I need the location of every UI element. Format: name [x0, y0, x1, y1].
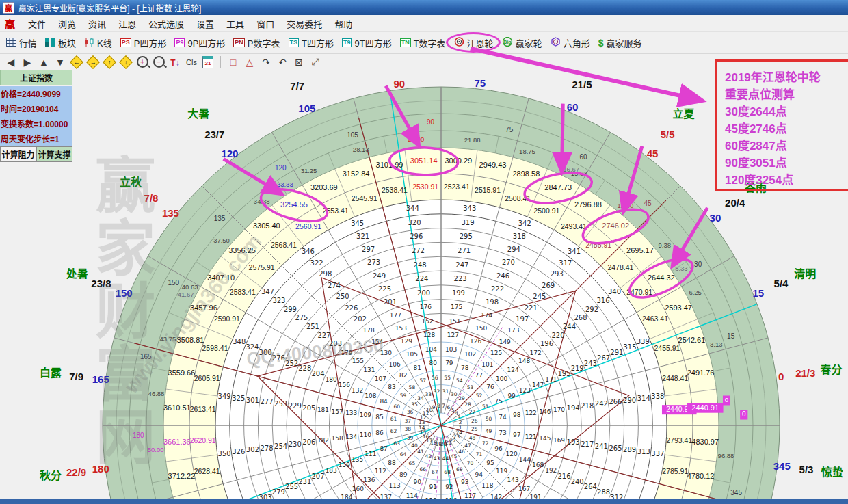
menu-item-3[interactable]: 江恩: [112, 16, 142, 31]
svg-text:4830.97: 4830.97: [691, 438, 719, 446]
svg-text:182: 182: [317, 437, 329, 444]
svg-text:28.13: 28.13: [353, 146, 369, 153]
svg-text:195: 195: [557, 370, 570, 377]
svg-text:3000.29: 3000.29: [445, 157, 472, 165]
toolbar-button-winner-service[interactable]: $赢家服务: [594, 34, 646, 51]
draw-tool-down[interactable]: ▼: [53, 55, 68, 68]
svg-text:27: 27: [469, 409, 476, 415]
svg-text:270: 270: [502, 258, 515, 266]
svg-text:136: 136: [363, 477, 375, 483]
svg-text:160: 160: [352, 486, 364, 492]
svg-text:55: 55: [444, 375, 451, 381]
svg-text:198: 198: [486, 298, 499, 306]
svg-text:6: 6: [447, 404, 450, 410]
menu-item-0[interactable]: 文件: [22, 16, 52, 31]
toolbar-button-sectors[interactable]: 板块: [41, 34, 80, 51]
svg-text:113: 113: [388, 482, 400, 489]
svg-text:43.75: 43.75: [160, 335, 176, 343]
svg-text:165: 165: [92, 373, 109, 385]
svg-text:2620.91: 2620.91: [190, 436, 216, 445]
toolbar-button-p-square[interactable]: PSP四方形: [116, 34, 171, 51]
svg-text:289: 289: [623, 446, 636, 453]
toolbar-button-t-square[interactable]: TST四方形: [284, 34, 338, 51]
svg-text:205: 205: [302, 404, 315, 412]
svg-text:3508.81: 3508.81: [177, 336, 204, 344]
draw-tool-cls[interactable]: Cls: [184, 55, 199, 68]
toolbar-button-9t-square[interactable]: T99T四方形: [338, 34, 396, 51]
svg-text:2746.02: 2746.02: [602, 222, 629, 230]
svg-text:5/5: 5/5: [661, 129, 675, 140]
panel-row-1: 时间=20190104: [0, 101, 72, 116]
svg-text:47: 47: [464, 442, 471, 449]
toolbar-button-quotes[interactable]: 行情: [2, 34, 41, 51]
svg-text:132: 132: [352, 387, 363, 394]
svg-text:99: 99: [507, 393, 516, 399]
draw-tool-rotate-cw[interactable]: ↷: [259, 55, 274, 68]
menu-item-7[interactable]: 窗口: [250, 16, 280, 31]
draw-tool-shift-down[interactable]: ↓: [118, 55, 133, 68]
toolbar-button-t-number-table[interactable]: TNT数字表: [396, 34, 450, 51]
svg-text:294: 294: [507, 246, 520, 253]
draw-tool-shift-up[interactable]: ↑: [102, 55, 117, 68]
svg-text:339: 339: [637, 338, 650, 345]
svg-text:2568.41: 2568.41: [271, 241, 297, 249]
svg-text:118: 118: [481, 482, 493, 489]
calc-resistance-button[interactable]: 计算阻力: [0, 146, 36, 162]
draw-tool-rect-tool[interactable]: □: [226, 55, 241, 68]
svg-text:3152.84: 3152.84: [343, 170, 370, 178]
draw-tool-fit[interactable]: ⤢: [308, 55, 323, 68]
menu-bar: 赢 文件浏览资讯江恩公式选股设置工具窗口交易委托帮助: [0, 15, 848, 32]
draw-tool-t-down[interactable]: T↓: [168, 55, 183, 68]
draw-tool-next[interactable]: ▶: [20, 55, 35, 68]
svg-text:3356.25: 3356.25: [228, 246, 256, 254]
menu-item-9[interactable]: 帮助: [328, 16, 358, 31]
svg-text:52: 52: [476, 393, 483, 399]
svg-text:15: 15: [727, 332, 735, 340]
svg-text:60: 60: [579, 153, 587, 161]
svg-text:345: 345: [351, 220, 364, 227]
svg-text:58: 58: [409, 384, 416, 390]
svg-text:199: 199: [452, 289, 465, 297]
menu-item-5[interactable]: 设置: [190, 16, 220, 31]
menu-item-8[interactable]: 交易委托: [280, 16, 328, 31]
svg-text:154: 154: [371, 339, 383, 345]
toolbar-button-kline[interactable]: K线: [80, 34, 116, 51]
draw-tool-triangle-tool[interactable]: △: [242, 55, 257, 68]
svg-text:2598.41: 2598.41: [202, 344, 228, 352]
menu-item-6[interactable]: 工具: [220, 16, 250, 31]
menu-item-4[interactable]: 公式选股: [142, 16, 190, 31]
draw-tool-box-x[interactable]: ⊠: [291, 55, 306, 68]
toolbar-button-winner-wheel[interactable]: Big赢家轮: [498, 34, 546, 51]
draw-tool-zoom-out[interactable]: −: [151, 55, 166, 68]
svg-text:218: 218: [581, 402, 594, 410]
draw-tool-shift-right[interactable]: →: [85, 55, 101, 68]
draw-tool-rotate-ccw[interactable]: ↶: [275, 55, 290, 68]
svg-text:227: 227: [317, 332, 330, 339]
menu-item-1[interactable]: 浏览: [52, 16, 82, 31]
draw-tool-zoom-in[interactable]: +: [135, 55, 150, 68]
toolbar-button-9p-square[interactable]: P99P四方形: [170, 34, 229, 51]
svg-text:60: 60: [567, 101, 579, 113]
toolbar-button-hexagon[interactable]: 六角形: [546, 34, 594, 51]
annotation-line-4: 60度2847点: [725, 137, 848, 155]
svg-text:119: 119: [496, 468, 507, 475]
svg-text:83: 83: [388, 384, 395, 390]
svg-text:46.88: 46.88: [148, 390, 165, 397]
toolbar-button-gann-wheel[interactable]: 江恩轮: [450, 34, 498, 51]
menu-item-2[interactable]: 资讯: [82, 16, 112, 31]
svg-text:92: 92: [445, 483, 453, 490]
svg-text:2508.41: 2508.41: [505, 194, 531, 202]
draw-tool-up[interactable]: ▲: [36, 55, 51, 68]
svg-text:314: 314: [637, 395, 650, 402]
svg-text:202: 202: [354, 315, 367, 323]
draw-tool-prev[interactable]: ◀: [3, 55, 18, 68]
toolbar-label: T四方形: [302, 36, 334, 49]
calc-support-button[interactable]: 计算支撑: [36, 146, 72, 162]
draw-tool-calendar[interactable]: 21: [200, 55, 215, 68]
svg-text:21/5: 21/5: [572, 79, 592, 90]
toolbar-button-p-number-table[interactable]: PNP数字表: [229, 34, 284, 51]
svg-text:340: 340: [608, 288, 621, 295]
svg-text:57: 57: [419, 377, 426, 384]
draw-tool-shift-left[interactable]: ←: [69, 55, 84, 68]
svg-text:2613.41: 2613.41: [190, 405, 216, 413]
